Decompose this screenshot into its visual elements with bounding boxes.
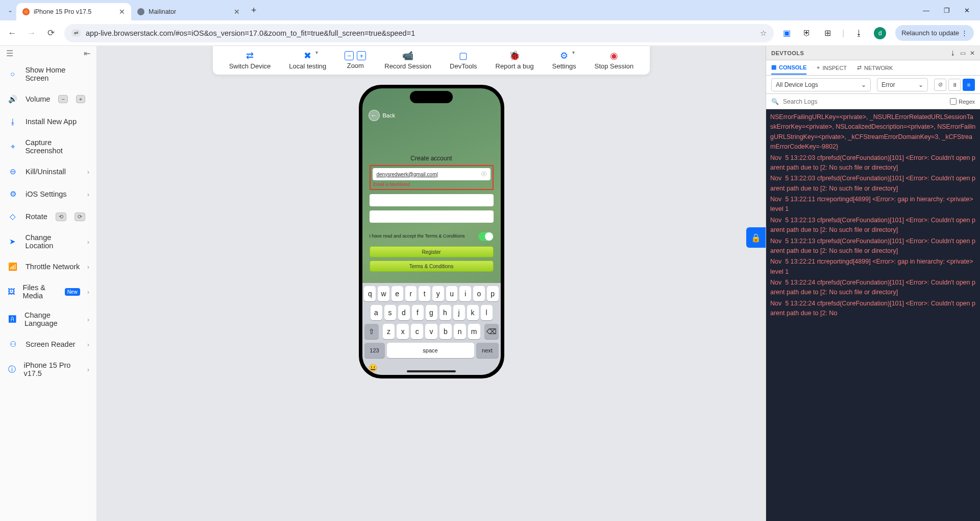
relaunch-button[interactable]: Relaunch to update ⋮ [895, 25, 974, 41]
sidebar-item[interactable]: ⭳Install New App [0, 110, 96, 133]
pill-button[interactable]: + [76, 95, 85, 103]
pill-button[interactable]: ⟳ [75, 212, 85, 221]
keyboard-key[interactable]: v [425, 324, 437, 339]
terms-toggle[interactable] [478, 232, 494, 241]
minimize-icon[interactable]: — [923, 7, 929, 14]
keyboard-key[interactable]: l [481, 305, 493, 320]
shield-icon[interactable]: ⛨ [801, 28, 813, 39]
confirm-password-input[interactable] [370, 210, 494, 223]
sidebar-item[interactable]: ⚇Screen Reader› [0, 333, 96, 356]
keyboard-key[interactable]: e [391, 286, 403, 301]
toolbar-item[interactable]: ◉Stop Session [587, 51, 641, 70]
tab-menu-icon[interactable]: ⌄ [4, 7, 16, 14]
regex-checkbox[interactable]: Regex [950, 98, 975, 105]
toolbar-item[interactable]: ⚙▾Settings [545, 51, 583, 70]
url-field[interactable]: ⇄ app-live.browserstack.com/#os=iOS&os_v… [64, 24, 774, 42]
shift-key[interactable]: ⇧ [364, 324, 379, 339]
keyboard-key[interactable]: g [426, 305, 437, 320]
sidebar-item[interactable]: 📶Throttle Network› [0, 255, 96, 278]
sidebar-item[interactable]: 🖼Files & MediaNew› [0, 278, 96, 305]
keyboard-key[interactable]: x [397, 324, 409, 339]
toolbar-item[interactable]: ⇄Switch Device [222, 51, 278, 70]
keyboard-key[interactable]: m [468, 324, 480, 339]
keyboard-key[interactable]: r [405, 286, 417, 301]
reload-icon[interactable]: ⟳ [45, 28, 57, 38]
level-select[interactable]: Error ⌄ [877, 78, 928, 91]
collapse-icon[interactable]: ⇤ [84, 49, 90, 58]
keyboard-key[interactable]: j [453, 305, 465, 320]
log-output[interactable]: NSErrorFailingURLKey=<private>, _NSURLEr… [766, 109, 980, 521]
pill-button[interactable]: ⟲ [56, 212, 66, 221]
next-key[interactable]: next [476, 343, 499, 358]
browser-tab-inactive[interactable]: Mailinator ✕ [131, 3, 246, 20]
keyboard-key[interactable]: b [439, 324, 452, 339]
space-key[interactable]: space [387, 343, 474, 358]
keyboard-key[interactable]: c [411, 324, 423, 339]
clear-input-icon[interactable]: ⓧ [481, 171, 486, 178]
sidebar-item[interactable]: ⌖Capture Screenshot [0, 133, 96, 160]
screencast-icon[interactable]: ▣ [781, 28, 792, 39]
app-back-button[interactable]: ← Back [362, 108, 501, 123]
keyboard-key[interactable]: h [439, 305, 451, 320]
bookmark-icon[interactable]: ☆ [760, 29, 767, 37]
hamburger-icon[interactable]: ☰ [6, 49, 13, 58]
popout-icon[interactable]: ▭ [960, 50, 966, 57]
download-logs-icon[interactable]: ⭳ [950, 50, 956, 57]
keyboard-key[interactable]: q [364, 286, 376, 301]
back-icon[interactable]: ← [6, 28, 18, 38]
keyboard-key[interactable]: s [384, 305, 396, 320]
sidebar-item[interactable]: ⊖Kill/Uninstall› [0, 160, 96, 183]
toolbar-item[interactable]: ✖▾Local testing [282, 51, 333, 70]
clear-logs-icon[interactable]: ⊘ [934, 79, 946, 91]
keyboard-key[interactable]: w [378, 286, 389, 301]
close-devtools-icon[interactable]: ✕ [970, 50, 975, 57]
toolbar-item[interactable]: −+Zoom [337, 51, 373, 69]
profile-avatar[interactable]: d [874, 27, 886, 39]
devtools-tab-console[interactable]: ▦ CONSOLE [771, 61, 806, 75]
sidebar-item[interactable]: ○Show Home Screen [0, 60, 96, 88]
terms-button[interactable]: Terms & Conditions [370, 260, 494, 272]
keyboard-key[interactable]: f [412, 305, 424, 320]
keyboard-key[interactable]: n [454, 324, 466, 339]
sidebar-item[interactable]: 🔊Volume−+ [0, 88, 96, 110]
device-logs-select[interactable]: All Device Logs ⌄ [771, 78, 871, 91]
emoji-key[interactable]: 😀 [369, 364, 377, 372]
autoscroll-icon[interactable]: ≡ [963, 79, 975, 91]
sidebar-item[interactable]: 🅰Change Language› [0, 305, 96, 333]
backspace-key[interactable]: ⌫ [484, 324, 499, 339]
devtools-tab-inspect[interactable]: ⌖ INSPECT [817, 61, 847, 74]
close-window-icon[interactable]: ✕ [964, 7, 970, 14]
maximize-icon[interactable]: ❐ [944, 7, 950, 14]
toolbar-item[interactable]: ▢DevTools [443, 51, 484, 70]
forward-icon[interactable]: → [26, 28, 38, 38]
site-info-icon[interactable]: ⇄ [71, 29, 81, 37]
keyboard-key[interactable]: d [398, 305, 410, 320]
email-input[interactable]: denysredwerk@gmail.com | ⓧ [373, 168, 491, 180]
keyboard-key[interactable]: o [473, 286, 485, 301]
sidebar-item[interactable]: ⚙iOS Settings› [0, 183, 96, 205]
pause-logs-icon[interactable]: ⏸ [948, 79, 961, 91]
new-tab-button[interactable]: + [246, 5, 262, 16]
keyboard-key[interactable]: t [419, 286, 430, 301]
keyboard-key[interactable]: y [432, 286, 444, 301]
toolbar-item[interactable]: 🐞Report a bug [488, 51, 541, 70]
devtools-tab-network[interactable]: ⇄ NETWORK [857, 61, 893, 74]
keyboard-key[interactable]: u [446, 286, 458, 301]
browser-tab-active[interactable]: iPhone 15 Pro v17.5 ✕ [16, 3, 131, 20]
pill-button[interactable]: − [58, 95, 67, 103]
keyboard-key[interactable]: i [459, 286, 471, 301]
password-input[interactable] [370, 194, 494, 206]
keyboard-key[interactable]: p [487, 286, 499, 301]
keyboard-key[interactable]: z [383, 324, 395, 339]
sidebar-item[interactable]: ➤Change Location› [0, 228, 96, 255]
close-icon[interactable]: ✕ [119, 8, 125, 16]
keyboard-key[interactable]: a [371, 305, 382, 320]
home-indicator[interactable] [407, 370, 456, 372]
device-screen[interactable]: ← Back Create account denysredwerk@gmail… [362, 88, 501, 375]
extensions-icon[interactable]: ⊞ [822, 28, 833, 39]
keyboard-key[interactable]: k [467, 305, 479, 320]
numbers-key[interactable]: 123 [364, 343, 385, 358]
zoom-in-icon[interactable]: + [357, 51, 366, 60]
close-icon[interactable]: ✕ [234, 8, 240, 16]
downloads-icon[interactable]: ⭳ [853, 28, 865, 39]
